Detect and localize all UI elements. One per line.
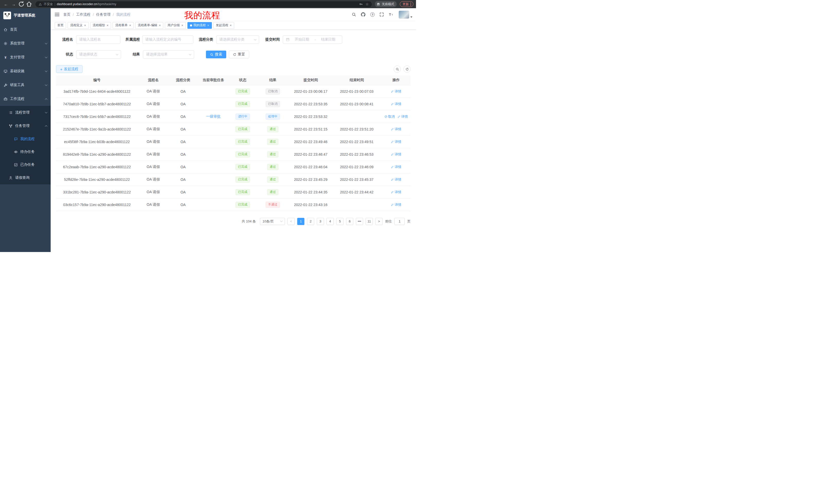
belong-process-input[interactable]: 请输入流程定义的编号 (142, 35, 193, 44)
breadcrumb-separator: / (73, 12, 74, 17)
reset-button[interactable]: 重置 (229, 51, 249, 58)
back-icon[interactable]: ← (3, 1, 9, 7)
close-icon[interactable]: × (107, 24, 109, 27)
tab-process-definition[interactable]: 流程定义× (68, 22, 89, 29)
result-badge: 通过 (267, 126, 279, 132)
sidebar-item-done-tasks[interactable]: 已办任务 (0, 158, 51, 171)
detail-link[interactable]: 详情 (391, 177, 401, 182)
logo[interactable]: 芋道管理系统 (0, 8, 51, 23)
tab-label: 流程定义 (70, 23, 82, 27)
prev-page-button[interactable]: < (287, 218, 295, 225)
process-category: OA (169, 161, 198, 173)
reload-icon[interactable] (18, 1, 25, 7)
tab-label: 流程表单-编辑 (138, 23, 157, 27)
chevron-down-icon (45, 41, 48, 44)
result-select[interactable]: 请选择流结果 (143, 50, 194, 59)
sidebar-item-system-management[interactable]: 系统管理 (0, 36, 51, 50)
submit-time-range-picker[interactable]: 开始日期 - 结束日期 (283, 35, 342, 44)
page-button-4[interactable]: 4 (327, 218, 334, 225)
process-name-input[interactable]: 请输入流程名 (76, 35, 120, 44)
page-button-11[interactable]: 11 (366, 218, 373, 225)
github-icon[interactable] (361, 12, 365, 17)
tab-my-process[interactable]: 我的流程× (187, 22, 212, 29)
sidebar-item-infrastructure[interactable]: 基础设施 (0, 64, 51, 78)
key-icon[interactable] (359, 2, 363, 6)
process-id: ec45f38f-7b9a-11ec-b03b-acde48001122 (56, 135, 138, 148)
sidebar-item-workflow[interactable]: 工作流程 (0, 92, 51, 106)
tab-process-form[interactable]: 流程表单× (113, 22, 134, 29)
sidebar-item-dev-tools[interactable]: 研发工具 (0, 78, 51, 92)
browser-home-icon[interactable] (26, 1, 32, 7)
update-button[interactable]: 更新 (400, 1, 413, 7)
sidebar-item-task-management[interactable]: 任务管理 (0, 119, 51, 133)
detail-link[interactable]: 详情 (391, 202, 401, 207)
chevron-up-icon (45, 98, 48, 101)
bookmark-star-icon[interactable]: ☆ (365, 2, 369, 6)
search-button[interactable]: 搜索 (206, 51, 226, 58)
detail-link[interactable]: 详情 (391, 165, 401, 169)
page-button-2[interactable]: 2 (307, 218, 314, 225)
browser-chrome: ← → 不安全 dashboard.yudao.iocoder.cn/bpm/t… (0, 0, 416, 8)
sidebar-item-my-process[interactable]: 我的流程 (0, 133, 51, 145)
next-page-button[interactable]: > (375, 218, 383, 225)
create-process-button[interactable]: + 发起流程 (56, 65, 82, 73)
detail-link[interactable]: 详情 (391, 127, 401, 132)
detail-link[interactable]: 详情 (391, 190, 401, 194)
tab-process-form-edit[interactable]: 流程表单-编辑× (135, 22, 163, 29)
close-icon[interactable]: × (129, 24, 131, 27)
refresh-table-button[interactable] (404, 65, 411, 73)
detail-link[interactable]: 详情 (391, 139, 401, 144)
breadcrumb-item[interactable]: 首页 (63, 12, 71, 17)
tab-start-process[interactable]: 发起流程× (213, 22, 234, 29)
tab-process-model[interactable]: 流程模型× (90, 22, 111, 29)
breadcrumb-item[interactable]: 任务管理 (96, 12, 110, 17)
close-icon[interactable]: × (230, 24, 232, 27)
sidebar-toggle-icon[interactable] (55, 13, 59, 16)
process-name: OA 请假 (138, 97, 169, 110)
category-select[interactable]: 请选择流程分类 (216, 35, 259, 44)
close-icon[interactable]: × (84, 24, 86, 27)
sidebar-item-todo-tasks[interactable]: 待办任务 (0, 145, 51, 158)
page-button-1[interactable]: 1 (297, 218, 305, 225)
sidebar-item-home[interactable]: 首页 (0, 23, 51, 36)
detail-link[interactable]: 详情 (391, 89, 401, 94)
goto-page-input[interactable] (394, 218, 405, 225)
breadcrumb-item[interactable]: 工作流程 (76, 12, 90, 17)
briefcase-icon (4, 97, 7, 101)
page-size-select[interactable]: 10条/页 (260, 218, 285, 225)
forward-icon[interactable]: → (10, 1, 17, 7)
search-icon[interactable] (352, 12, 356, 17)
table-row: 03c6c157-7b9a-11ec-a290-acde48001122OA 请… (56, 198, 411, 211)
page-ellipsis[interactable]: ••• (356, 218, 363, 225)
detail-link[interactable]: 详情 (391, 102, 401, 106)
goto-label: 前往 (385, 219, 392, 224)
user-avatar[interactable] (398, 10, 412, 19)
page-button-3[interactable]: 3 (317, 218, 324, 225)
page-button-5[interactable]: 5 (336, 218, 343, 225)
sidebar-item-leave-query[interactable]: 请假查询 (0, 171, 51, 185)
navbar: 首页/工作流程/任务管理/我的流程 我的流程 ? TT (51, 8, 416, 21)
chevron-up-icon (45, 125, 48, 128)
fullscreen-icon[interactable] (380, 12, 384, 17)
close-icon[interactable]: × (181, 24, 183, 27)
cancel-link[interactable]: 取消 (384, 114, 395, 119)
url-bar[interactable]: 不安全 dashboard.yudao.iocoder.cn/bpm/task/… (35, 1, 372, 7)
detail-link[interactable]: 详情 (391, 152, 401, 157)
sidebar-item-label: 系统管理 (10, 41, 24, 46)
font-size-icon[interactable]: TT (389, 12, 394, 17)
detail-link[interactable]: 详情 (397, 114, 408, 119)
page-button-6[interactable]: 6 (346, 218, 353, 225)
table-row: 7470a810-7b9b-11ec-b5b7-acde48001122OA 请… (56, 97, 411, 110)
url-text[interactable]: dashboard.yudao.iocoder.cn/bpm/task/my (57, 2, 116, 6)
status-select[interactable]: 请选择状态 (76, 50, 121, 59)
sidebar-item-payment-management[interactable]: ¥支付管理 (0, 50, 51, 64)
check-icon (14, 163, 18, 167)
show-search-button[interactable] (394, 65, 401, 73)
current-task-link[interactable]: 一级审批 (206, 114, 220, 118)
help-icon[interactable]: ? (370, 12, 374, 17)
tab-user-group[interactable]: 用户分组× (165, 22, 186, 29)
sidebar-item-process-management[interactable]: 流程管理 (0, 106, 51, 119)
close-icon[interactable]: × (207, 24, 209, 27)
close-icon[interactable]: × (159, 24, 161, 27)
tab-home[interactable]: 首页 (55, 22, 66, 29)
